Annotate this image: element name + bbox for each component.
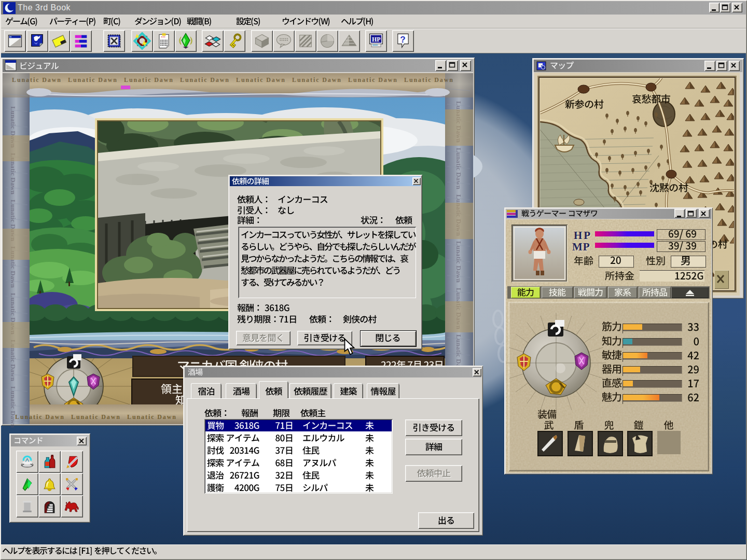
svg-text:×××: ××× [161,35,165,38]
svg-text:?: ? [400,35,405,45]
svg-text:HP: HP [372,36,381,43]
